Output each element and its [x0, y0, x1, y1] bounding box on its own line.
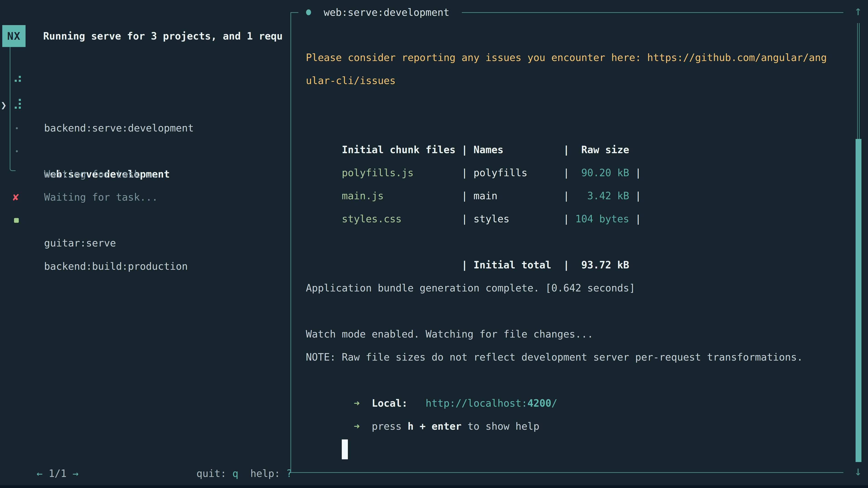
warning-line-1: Please consider reporting any issues you…: [306, 46, 843, 69]
header-file-col: Initial chunk files: [342, 138, 462, 161]
next-page-arrow[interactable]: →: [72, 468, 79, 479]
task-label: Waiting for task...: [44, 163, 158, 186]
watch-message: Watch mode enabled. Watching for file ch…: [306, 323, 843, 346]
cell-name: styles: [473, 207, 563, 230]
prev-page-arrow[interactable]: ←: [37, 468, 43, 479]
scrollbar-track[interactable]: [857, 23, 860, 139]
table-header: Initial chunk files|Names|Raw size: [306, 115, 843, 138]
task-row-backend-build[interactable]: backend:build:production: [0, 209, 290, 232]
pipe-separator: |: [563, 213, 569, 225]
pipe-separator: |: [462, 190, 468, 201]
cell-size: 3.42 kB: [569, 184, 629, 207]
complete-message: Application bundle generation complete. …: [306, 276, 843, 300]
blank-line: [306, 92, 843, 115]
status-bullet-icon: [306, 9, 311, 15]
pipe-separator: |: [462, 144, 468, 156]
keyboard-shortcuts: quit:qhelp:?: [173, 439, 290, 462]
header-size-col: Raw size: [569, 138, 629, 161]
success-square-icon: [14, 218, 19, 223]
shortcut-quit-label: quit:: [196, 468, 226, 479]
pipe-separator: |: [563, 259, 569, 271]
pipe-separator: |: [635, 167, 641, 178]
bottom-edge: [0, 485, 868, 488]
cell-size: 104 bytes: [569, 207, 629, 230]
task-row-backend-serve[interactable]: ⠚ backend:serve:development: [0, 70, 290, 94]
sidebar-title: Running serve for 3 projects, and 1 requ: [43, 25, 283, 48]
cell-file: styles.css: [342, 207, 462, 230]
nx-tui-screen: { "colors": { "background": "#16242e", "…: [0, 0, 868, 488]
panel-title-text: web:serve:development: [324, 6, 450, 18]
pipe-separator: |: [462, 213, 468, 225]
scrollbar-up-icon[interactable]: ↑: [852, 2, 864, 20]
waiting-dot-icon: [16, 127, 18, 129]
terminal-output: Please consider reporting any issues you…: [306, 46, 843, 438]
header-name-col: Names: [473, 138, 563, 161]
task-row-waiting-2[interactable]: Waiting for task...: [0, 140, 290, 163]
arrow-icon: ➜: [354, 397, 360, 409]
total-label: Initial total: [473, 254, 563, 276]
pipe-separator: |: [462, 259, 468, 271]
warning-line-2: ular-cli/issues: [306, 69, 843, 92]
scrollbar-thumb[interactable]: [856, 139, 862, 462]
panel-title: web:serve:development: [298, 4, 462, 20]
task-sidebar: NX Running serve for 3 projects, and 1 r…: [0, 0, 290, 488]
task-row-web-serve[interactable]: ❯ ⠼ web:serve:development: [0, 94, 290, 117]
local-url-line: ➜Local:http://localhost:4200/: [306, 369, 843, 392]
pipe-separator: |: [635, 190, 641, 201]
nx-logo-badge: NX: [2, 25, 26, 47]
pipe-separator: |: [563, 144, 569, 156]
note-message: NOTE: Raw file sizes do not reflect deve…: [306, 346, 843, 369]
scrollbar-down-icon[interactable]: ↓: [852, 462, 864, 480]
pipe-separator: |: [563, 167, 569, 178]
shortcut-help-label: help:: [250, 468, 280, 479]
task-row-guitar-serve[interactable]: ✘ guitar:serve: [0, 186, 290, 208]
error-x-icon: ✘: [13, 186, 19, 208]
cell-size: 90.20 kB: [569, 161, 629, 184]
local-label: Local:: [372, 397, 408, 409]
output-panel: web:serve:development Please consider re…: [290, 12, 843, 473]
help-hint-post: to show help: [462, 420, 539, 432]
pipe-separator: |: [563, 190, 569, 201]
page-indicator: 1/1: [49, 468, 66, 479]
shortcut-help-key: ?: [286, 468, 290, 479]
cell-file: polyfills.js: [342, 161, 462, 184]
local-url[interactable]: http://localhost:4200/: [426, 397, 557, 409]
blank-line: [306, 300, 843, 323]
task-row-waiting-1[interactable]: Waiting for task...: [0, 117, 290, 140]
help-hint-pre: press: [372, 420, 408, 432]
terminal-cursor: [342, 440, 348, 459]
cell-name: polyfills: [473, 161, 563, 184]
cell-name: main: [473, 184, 563, 207]
arrow-icon: ➜: [354, 420, 360, 432]
selected-caret-icon: ❯: [1, 94, 7, 117]
waiting-dot-icon: [16, 150, 18, 152]
spinner-icon: ⠚: [13, 70, 23, 94]
total-size: 93.72 kB: [569, 254, 629, 276]
help-hint-keys: h + enter: [408, 420, 461, 432]
task-label: backend:build:production: [44, 255, 188, 278]
cell-file: main.js: [342, 184, 462, 207]
pipe-separator: |: [635, 213, 641, 225]
pipe-separator: |: [462, 167, 468, 178]
table-total-row: |Initial total|93.72 kB: [306, 230, 843, 254]
task-label: guitar:serve: [44, 232, 116, 255]
shortcut-quit-key: q: [232, 468, 239, 479]
spinner-icon: ⠼: [13, 94, 23, 117]
